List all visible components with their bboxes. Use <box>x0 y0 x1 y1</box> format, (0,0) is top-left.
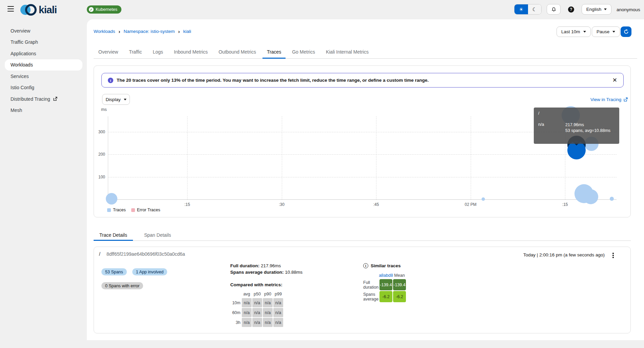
info-icon: i <box>108 78 113 83</box>
help-button[interactable]: ? <box>568 6 574 13</box>
similar-row-full-duration: Full duration -139.4 -139.4 <box>363 279 407 290</box>
y-gridline <box>108 177 617 177</box>
metrics-col-p90: p90 <box>263 291 273 297</box>
trace-durations: Full duration: 217.96ms Spans average du… <box>230 263 303 328</box>
spans-avg-value: 10.88ms <box>285 270 303 275</box>
trace-bubble[interactable] <box>583 189 598 204</box>
breadcrumb: Workloads › Namespace: istio-system › ki… <box>94 28 191 34</box>
tab-kiali-internal-metrics[interactable]: Kiali Internal Metrics <box>321 45 373 58</box>
spans-count-badge: 53 Spans <box>101 268 127 275</box>
x-gridline <box>376 116 376 199</box>
tab-outbound-metrics[interactable]: Outbound Metrics <box>214 45 260 58</box>
external-link-icon <box>53 97 57 101</box>
menu-toggle-icon[interactable] <box>7 6 14 12</box>
breadcrumb-workloads[interactable]: Workloads <box>94 29 115 34</box>
tab-inbound-metrics[interactable]: Inbound Metrics <box>170 45 212 58</box>
sidebar-item-services[interactable]: Services <box>0 71 87 82</box>
sidebar-item-workloads[interactable]: Workloads <box>5 59 82 71</box>
tooltip-status: n/a <box>538 122 565 134</box>
similar-mean-col: Mean <box>393 272 406 278</box>
dark-theme-button[interactable]: ☾ <box>528 4 542 14</box>
chevron-right-icon: › <box>119 28 120 34</box>
x-gridline <box>187 116 188 199</box>
masthead: kiali ✓ Kubernetes ☀ ☾ ? English anonymo… <box>0 0 644 19</box>
similar-trace-link[interactable]: a8abd8 <box>379 272 392 278</box>
trace-badges: 53 Spans 1 App involved <box>101 268 167 275</box>
alert-message: The 20 traces cover only 13% of the time… <box>117 78 429 83</box>
close-icon[interactable]: ✕ <box>612 77 617 83</box>
legend-traces[interactable]: Traces <box>107 208 126 212</box>
legend-error-traces-swatch <box>131 208 135 212</box>
similar-traces-heading: Similar traces <box>371 263 401 268</box>
info-alert: i The 20 traces cover only 13% of the ti… <box>101 73 624 88</box>
tab-overview[interactable]: Overview <box>94 45 122 58</box>
trace-bubble[interactable] <box>610 197 614 201</box>
time-range-select[interactable]: Last 10m <box>557 26 591 37</box>
sidebar-item-overview[interactable]: Overview <box>0 25 87 37</box>
spans-avg-label: Spans average duration: <box>230 270 284 275</box>
tab-span-details[interactable]: Span Details <box>138 229 177 240</box>
moon-icon: ☾ <box>532 6 537 13</box>
trace-prefix: / <box>99 251 100 257</box>
user-menu[interactable]: anonymous <box>617 7 640 12</box>
x-gridline <box>471 116 471 199</box>
sidebar: Overview Traffic Graph Applications Work… <box>0 19 87 348</box>
legend-error-traces[interactable]: Error Traces <box>131 208 160 212</box>
refresh-button[interactable] <box>621 26 631 37</box>
legend-traces-swatch <box>107 208 111 212</box>
y-tick-label: 100 <box>94 175 105 179</box>
x-tick-label: :15 <box>177 202 197 207</box>
chart-legend: Traces Error Traces <box>107 208 160 212</box>
notifications-button[interactable] <box>547 4 561 15</box>
info-circle-icon: i <box>363 263 368 268</box>
kubernetes-badge: ✓ Kubernetes <box>87 5 121 14</box>
metrics-row-10m: 10m n/a n/a n/a n/a <box>230 298 303 307</box>
traces-chart-card: i The 20 traces cover only 13% of the ti… <box>94 65 631 217</box>
tab-logs[interactable]: Logs <box>148 45 167 58</box>
similar-traces-table: a8abd8 Mean Full duration -139.4 -139.4 … <box>363 272 407 302</box>
traces-chart: ms / n/a 217.96ms 53 spans, avg=10.88ms … <box>94 103 631 218</box>
similar-row-spans-average: Spans average -6.2 -6.2 <box>363 291 407 302</box>
sidebar-item-traffic-graph[interactable]: Traffic Graph <box>0 37 87 48</box>
check-circle-icon: ✓ <box>89 7 94 12</box>
breadcrumb-namespace[interactable]: Namespace: istio-system <box>124 29 175 34</box>
trace-bubble[interactable] <box>482 197 485 201</box>
tab-trace-details[interactable]: Trace Details <box>94 229 133 240</box>
refresh-icon <box>624 29 629 34</box>
breadcrumb-workload-name[interactable]: kiali <box>183 29 191 34</box>
view-in-tracing-link[interactable]: View in Tracing <box>590 97 628 102</box>
light-theme-button[interactable]: ☀ <box>514 4 528 14</box>
tooltip-spans: 53 spans, avg=10.88ms <box>565 128 610 134</box>
tab-go-metrics[interactable]: Go Metrics <box>288 45 319 58</box>
tooltip-duration: 217.96ms <box>565 122 610 128</box>
language-label: English <box>586 7 601 12</box>
kebab-menu-button[interactable] <box>611 252 616 259</box>
chevron-down-icon <box>604 8 607 10</box>
sidebar-item-distributed-tracing[interactable]: Distributed Tracing <box>0 93 87 105</box>
trace-tooltip: / n/a 217.96ms 53 spans, avg=10.88ms <box>534 108 619 144</box>
sidebar-item-istio-config[interactable]: Istio Config <box>0 82 87 94</box>
sidebar-item-mesh[interactable]: Mesh <box>0 105 87 116</box>
metrics-row-60m: 60m n/a n/a n/a n/a <box>230 308 303 317</box>
x-axis-line <box>108 199 617 200</box>
trace-heading: / 8dff65f2199ae64b0696f03c50a0cd6a <box>99 251 185 257</box>
y-axis-line <box>108 116 108 199</box>
full-duration-value: 217.96ms <box>261 263 281 268</box>
sun-icon: ☀ <box>519 6 523 13</box>
refresh-interval-select[interactable]: Pause <box>592 26 620 37</box>
trace-bubble[interactable] <box>106 193 117 205</box>
metrics-col-avg: avg <box>242 291 252 297</box>
y-tick-label: 200 <box>94 152 105 157</box>
language-select[interactable]: English <box>582 4 611 15</box>
chevron-down-icon <box>124 99 126 100</box>
brand-name: kiali <box>39 4 57 16</box>
tab-traces[interactable]: Traces <box>262 45 286 58</box>
tab-traffic[interactable]: Traffic <box>124 45 146 58</box>
sidebar-item-applications[interactable]: Applications <box>0 48 87 59</box>
tooltip-title: / <box>538 111 615 116</box>
spans-error-badge: 0 Spans with error <box>101 282 143 289</box>
external-link-icon <box>623 97 628 102</box>
metrics-col-p99: p99 <box>273 291 283 297</box>
y-tick-label: 300 <box>94 130 105 134</box>
logo-circle-ring <box>25 4 37 16</box>
